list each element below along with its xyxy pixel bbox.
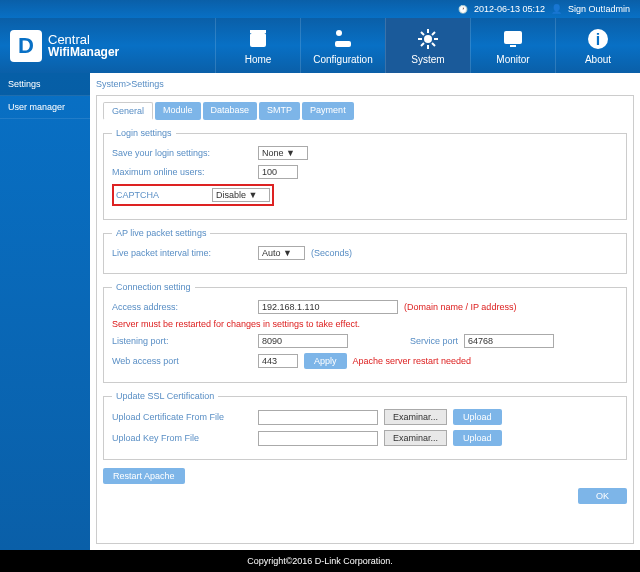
sidebar-item-user-manager[interactable]: User manager — [0, 96, 90, 119]
apply-button[interactable]: Apply — [304, 353, 347, 369]
nav-home[interactable]: Home — [215, 18, 300, 73]
tab-database[interactable]: Database — [203, 102, 258, 120]
config-icon — [331, 27, 355, 51]
sidebar-item-settings[interactable]: Settings — [0, 73, 90, 96]
tab-module[interactable]: Module — [155, 102, 201, 120]
nav-monitor[interactable]: Monitor — [470, 18, 555, 73]
addr-hint: (Domain name / IP address) — [404, 302, 516, 312]
datetime-text: 2012-06-13 05:12 — [474, 4, 545, 14]
user-icon: 👤 — [551, 4, 562, 14]
sport-input[interactable] — [464, 334, 554, 348]
main-content: System>Settings General Module Database … — [90, 73, 640, 550]
svg-point-4 — [424, 35, 432, 43]
svg-rect-6 — [510, 45, 516, 47]
interval-label: Live packet interval time: — [112, 248, 252, 258]
key-browse-button[interactable]: Examinar... — [384, 430, 447, 446]
ap-packet-group: AP live packet settings Live packet inte… — [103, 228, 627, 274]
nav-monitor-label: Monitor — [496, 54, 529, 65]
lport-label: Listening port: — [112, 336, 252, 346]
addr-input[interactable] — [258, 300, 398, 314]
top-status-bar: 🕐 2012-06-13 05:12 👤 Sign Out!admin — [0, 0, 640, 18]
nav-configuration[interactable]: Configuration — [300, 18, 385, 73]
breadcrumb: System>Settings — [96, 79, 634, 89]
logo-d-icon: D — [10, 30, 42, 62]
settings-tabs: General Module Database SMTP Payment — [103, 102, 627, 120]
tab-general[interactable]: General — [103, 102, 153, 120]
header: D Central WifiManager Home Configuration… — [0, 18, 640, 73]
save-login-label: Save your login settings: — [112, 148, 252, 158]
addr-label: Access address: — [112, 302, 252, 312]
max-users-input[interactable] — [258, 165, 298, 179]
restart-msg: Server must be restarted for changes in … — [112, 319, 360, 329]
lport-input[interactable] — [258, 334, 348, 348]
key-upload-button[interactable]: Upload — [453, 430, 502, 446]
conn-legend: Connection setting — [112, 282, 195, 292]
cert-upload-button[interactable]: Upload — [453, 409, 502, 425]
signout-link[interactable]: Sign Out!admin — [568, 4, 630, 14]
svg-rect-5 — [504, 31, 522, 44]
svg-rect-1 — [250, 30, 266, 33]
brand-line2: WifiManager — [48, 46, 119, 58]
footer: Copyright©2016 D-Link Corporation. — [0, 550, 640, 572]
ok-button[interactable]: OK — [578, 488, 627, 504]
ssl-group: Update SSL Certification Upload Certific… — [103, 391, 627, 460]
sport-label: Service port — [410, 336, 458, 346]
nav-system[interactable]: System — [385, 18, 470, 73]
gear-icon — [416, 27, 440, 51]
nav-about[interactable]: i About — [555, 18, 640, 73]
captcha-select[interactable]: Disable ▼ — [212, 188, 270, 202]
nav-about-label: About — [585, 54, 611, 65]
interval-unit: (Seconds) — [311, 248, 352, 258]
logo: D Central WifiManager — [0, 30, 129, 62]
svg-point-2 — [336, 30, 342, 36]
interval-select[interactable]: Auto ▼ — [258, 246, 305, 260]
restart-apache-button[interactable]: Restart Apache — [103, 468, 185, 484]
webport-input[interactable] — [258, 354, 298, 368]
nav-system-label: System — [411, 54, 444, 65]
sidebar: Settings User manager — [0, 73, 90, 550]
login-settings-group: Login settings Save your login settings:… — [103, 128, 627, 220]
home-icon — [246, 27, 270, 51]
tab-payment[interactable]: Payment — [302, 102, 354, 120]
tab-smtp[interactable]: SMTP — [259, 102, 300, 120]
svg-rect-0 — [250, 33, 266, 47]
svg-text:i: i — [596, 31, 600, 48]
info-icon: i — [586, 27, 610, 51]
svg-rect-3 — [335, 41, 351, 47]
clock-icon: 🕐 — [458, 5, 468, 14]
copyright-text: Copyright©2016 D-Link Corporation. — [247, 556, 393, 566]
key-label: Upload Key From File — [112, 433, 252, 443]
login-legend: Login settings — [112, 128, 176, 138]
key-file-box — [258, 431, 378, 446]
cert-browse-button[interactable]: Examinar... — [384, 409, 447, 425]
settings-panel: General Module Database SMTP Payment Log… — [96, 95, 634, 544]
captcha-label: CAPTCHA — [116, 190, 206, 200]
main-nav: Home Configuration System Monitor i Abou… — [215, 18, 640, 73]
nav-config-label: Configuration — [313, 54, 372, 65]
monitor-icon — [501, 27, 525, 51]
save-login-select[interactable]: None ▼ — [258, 146, 308, 160]
connection-group: Connection setting Access address: (Doma… — [103, 282, 627, 383]
ssl-legend: Update SSL Certification — [112, 391, 218, 401]
cert-file-box — [258, 410, 378, 425]
webport-label: Web access port — [112, 356, 252, 366]
cert-label: Upload Certificate From File — [112, 412, 252, 422]
apache-restart-msg: Apache server restart needed — [353, 356, 472, 366]
nav-home-label: Home — [245, 54, 272, 65]
ap-legend: AP live packet settings — [112, 228, 210, 238]
max-users-label: Maximum online users: — [112, 167, 252, 177]
